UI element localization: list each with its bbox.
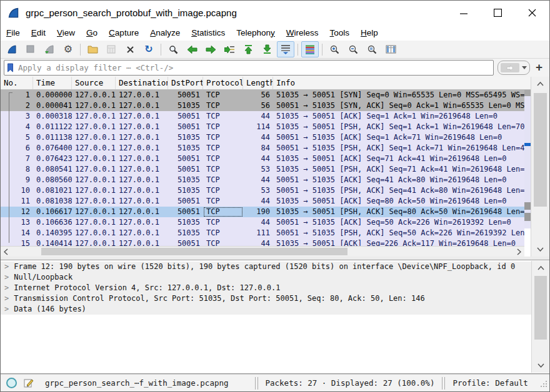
scrollbar-thumb[interactable]	[41, 248, 348, 255]
scroll-up-icon[interactable]	[531, 78, 549, 90]
detail-line-1[interactable]: >Frame 12: 190 bytes on wire (1520 bits)…	[1, 262, 531, 272]
apply-filter-arrow-icon[interactable]	[501, 63, 519, 72]
details-vscrollbar[interactable]	[531, 261, 549, 373]
filter-dropdown-caret-icon[interactable]	[522, 66, 527, 69]
packet-row-10[interactable]: 100.081021127.0.0.1127.0.0.151035TCP5350…	[1, 185, 524, 196]
packet-row-5[interactable]: 50.011138127.0.0.1127.0.0.151035TCP44500…	[1, 132, 524, 143]
packet-row-8[interactable]: 80.080541127.0.0.1127.0.0.150051TCP53510…	[1, 164, 524, 175]
zoom-out-icon[interactable]	[344, 41, 362, 57]
go-to-top-arrow-icon[interactable]	[239, 41, 257, 57]
menu-item-analyze[interactable]: Analyze	[144, 26, 186, 39]
packet-row-11[interactable]: 110.081038127.0.0.1127.0.0.150051TCP4451…	[1, 196, 524, 207]
packet-list-vscrollbar[interactable]	[531, 77, 549, 257]
scrollbar-thumb[interactable]	[534, 93, 547, 207]
packet-row-1[interactable]: 10.000000127.0.0.1127.0.0.150051TCP56510…	[1, 90, 524, 100]
packet-row-4[interactable]: 40.011122127.0.0.1127.0.0.150051TCP11451…	[1, 122, 524, 132]
expand-chevron-icon[interactable]: >	[4, 305, 9, 313]
scroll-left-icon[interactable]	[1, 247, 11, 257]
cell-no: 13	[1, 217, 33, 228]
packet-row-12[interactable]: 120.106617127.0.0.1127.0.0.150051TCP1905…	[1, 207, 524, 217]
cell-no: 14	[1, 228, 33, 238]
column-header-no[interactable]: No.	[1, 77, 33, 89]
go-to-packet-icon[interactable]	[221, 41, 238, 57]
detail-line-2[interactable]: >Null/Loopback	[1, 272, 531, 283]
cell-time: 0.076423	[33, 154, 72, 164]
go-back-arrow-icon[interactable]	[183, 41, 201, 57]
menu-item-wireless[interactable]: Wireless	[281, 26, 324, 39]
window-title: grpc_person_search_protobuf_with_image.p…	[26, 7, 237, 18]
resize-columns-icon[interactable]	[382, 41, 399, 57]
zoom-normal-icon[interactable]	[363, 41, 381, 57]
column-header-time[interactable]: Time	[33, 77, 72, 89]
scroll-down-icon[interactable]	[531, 243, 549, 255]
intelligent-scrollbar-minimap[interactable]	[524, 90, 531, 246]
capture-options-gear-icon[interactable]: ⚙	[59, 41, 77, 57]
status-profile[interactable]: Profile: Default	[452, 378, 528, 388]
minimize-button[interactable]	[446, 1, 481, 24]
packet-list[interactable]: 10.000000127.0.0.1127.0.0.150051TCP56510…	[1, 90, 524, 246]
menu-item-help[interactable]: Help	[355, 26, 384, 39]
expand-chevron-icon[interactable]: >	[4, 294, 9, 303]
find-packet-icon[interactable]	[164, 41, 182, 57]
expand-chevron-icon[interactable]: >	[4, 283, 9, 292]
reload-file-icon[interactable]: ↻	[140, 41, 158, 57]
menu-item-capture[interactable]: Capture	[103, 26, 144, 39]
apply-filter-group[interactable]	[498, 61, 530, 75]
display-filter-field[interactable]	[4, 60, 494, 76]
expert-info-icon[interactable]	[6, 378, 17, 388]
stop-capture-icon[interactable]	[22, 41, 39, 57]
menu-item-edit[interactable]: Edit	[26, 26, 51, 39]
start-capture-fin-icon[interactable]	[3, 41, 21, 57]
maximize-button[interactable]	[481, 1, 515, 24]
menu-item-tools[interactable]: Tools	[324, 26, 356, 39]
packet-row-2[interactable]: 20.000041127.0.0.1127.0.0.151035TCP56500…	[1, 100, 524, 111]
menu-item-view[interactable]: View	[51, 26, 81, 39]
cell-destination: 127.0.0.1	[116, 154, 168, 164]
packet-row-3[interactable]: 30.000318127.0.0.1127.0.0.150051TCP44510…	[1, 111, 524, 122]
detail-line-3[interactable]: >Internet Protocol Version 4, Src: 127.0…	[1, 283, 531, 293]
packet-row-15[interactable]: 150.140414127.0.0.1127.0.0.150051TCP4451…	[1, 238, 524, 246]
menu-item-statistics[interactable]: Statistics	[186, 26, 231, 39]
detail-line-5[interactable]: >Data (146 bytes)	[1, 304, 531, 315]
detail-line-4[interactable]: >Transmission Control Protocol, Src Port…	[1, 293, 531, 304]
display-filter-input[interactable]	[17, 61, 493, 75]
packet-row-13[interactable]: 130.106636127.0.0.1127.0.0.151035TCP4450…	[1, 217, 524, 228]
packet-list-hscrollbar[interactable]	[1, 246, 524, 257]
go-forward-arrow-icon[interactable]	[202, 41, 219, 57]
packet-row-6[interactable]: 60.076400127.0.0.1127.0.0.151035TCP84500…	[1, 143, 524, 154]
capture-comment-icon[interactable]	[24, 378, 34, 388]
zoom-in-icon[interactable]	[326, 41, 343, 57]
cell-destination: 127.0.0.1	[116, 207, 168, 217]
packet-row-7[interactable]: 70.076423127.0.0.1127.0.0.150051TCP44510…	[1, 154, 524, 164]
scroll-up-icon[interactable]	[532, 262, 549, 274]
expand-chevron-icon[interactable]: >	[4, 273, 9, 282]
restart-capture-fin-icon[interactable]	[41, 41, 58, 57]
colorize-packets-toggle-icon[interactable]	[301, 41, 319, 57]
column-header-protocol[interactable]: Protocol	[203, 77, 243, 89]
column-header-info[interactable]: Info	[273, 77, 531, 89]
close-button[interactable]	[515, 1, 549, 24]
menu-item-go[interactable]: Go	[81, 26, 103, 39]
go-to-bottom-arrow-icon[interactable]	[258, 41, 276, 57]
column-header-destination[interactable]: Destination	[116, 77, 168, 89]
scroll-down-icon[interactable]	[532, 360, 549, 371]
add-filter-button[interactable]: +	[534, 61, 546, 74]
filter-bookmark-icon[interactable]	[7, 63, 14, 72]
cell-info: 51035 → 50051 [ACK] Seq=1 Ack=1 Win=2619…	[273, 111, 524, 122]
column-header-dstport[interactable]: DstPort	[168, 77, 203, 89]
scrollbar-thumb[interactable]	[534, 276, 547, 340]
open-file-folder-icon[interactable]	[84, 41, 101, 57]
column-header-length[interactable]: Length	[243, 77, 273, 89]
packet-row-9[interactable]: 90.080560127.0.0.1127.0.0.151035TCP44500…	[1, 175, 524, 185]
expand-chevron-icon[interactable]: >	[4, 262, 9, 271]
resize-grip[interactable]	[541, 380, 548, 390]
menu-item-file[interactable]: File	[1, 26, 26, 39]
scroll-right-icon[interactable]	[514, 247, 524, 257]
status-filename[interactable]: grpc_person_search_⋯f_with_image.pcapng	[45, 378, 229, 388]
packet-row-14[interactable]: 140.140395127.0.0.1127.0.0.151035TCP1115…	[1, 228, 524, 238]
column-header-source[interactable]: Source	[72, 77, 116, 89]
close-file-icon[interactable]	[121, 41, 139, 57]
auto-scroll-toggle-icon[interactable]	[277, 41, 294, 57]
save-file-icon[interactable]	[102, 41, 120, 57]
menu-item-telephony[interactable]: Telephony	[231, 26, 281, 39]
